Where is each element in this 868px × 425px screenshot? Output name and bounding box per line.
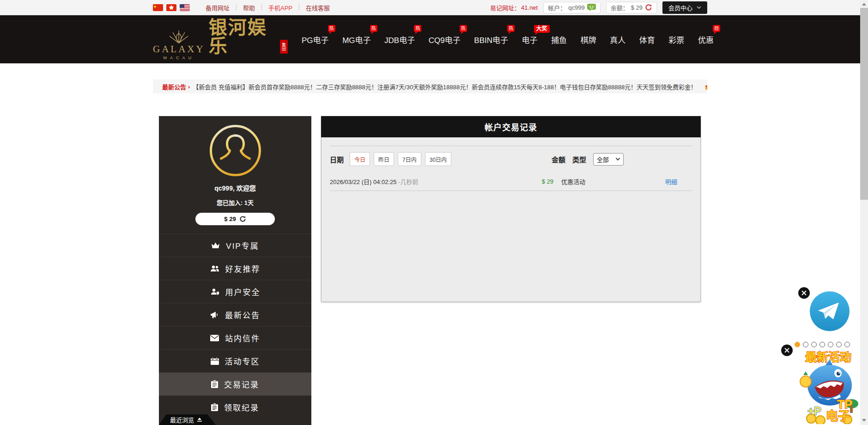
nav-bbin[interactable]: BBIN电子热 bbox=[474, 34, 508, 45]
help-link[interactable]: 帮助 bbox=[237, 3, 261, 12]
nav-zhenren[interactable]: 真人 bbox=[610, 34, 625, 45]
balance-label: 余额： bbox=[611, 3, 629, 12]
hot-badge: 热 bbox=[414, 25, 421, 32]
account-label: 帐户： bbox=[548, 3, 566, 12]
hot-badge: 热 bbox=[460, 25, 467, 32]
nav-cq9[interactable]: CQ9电子热 bbox=[429, 34, 461, 45]
promo-dots bbox=[795, 342, 850, 347]
announcement-bar: 最新公告 › 【新会员 充值福利】新会员首存奖励8888元！二存三存奖励8888… bbox=[153, 80, 707, 93]
promo-p-text: +P bbox=[807, 405, 821, 417]
sidebar-item-referral[interactable]: 好友推荐 bbox=[159, 257, 311, 280]
nav-youhui[interactable]: 优惠劲 bbox=[698, 34, 714, 45]
tx-detail-link[interactable]: 明细 bbox=[650, 177, 692, 186]
balance-value: $ 29 bbox=[631, 4, 643, 11]
account-box: 帐户： qc999 bbox=[543, 2, 600, 13]
usa-flag-icon[interactable] bbox=[180, 4, 190, 11]
top-bar: 备用网址 帮助 手机APP 在线客服 易记网址： 41.net 帐户： qc99… bbox=[0, 0, 860, 15]
scrollbar-track[interactable] bbox=[860, 0, 868, 425]
promo-dz-text: 电子 bbox=[826, 409, 850, 423]
promo-dot[interactable] bbox=[819, 342, 825, 347]
promo-dot[interactable] bbox=[795, 342, 800, 347]
users-icon bbox=[210, 265, 219, 272]
tx-amount: $ 29 bbox=[503, 178, 553, 185]
amount-label: 金额 bbox=[552, 154, 565, 164]
memorable-url-link[interactable]: 41.net bbox=[521, 4, 538, 11]
scrollbar-down-arrow[interactable] bbox=[860, 416, 868, 424]
logo-chinese-text: 银河娱乐 bbox=[209, 18, 278, 55]
triangle-down-icon bbox=[862, 419, 866, 422]
sidebar-item-messages[interactable]: 站内信件 bbox=[159, 326, 311, 349]
backup-url-link[interactable]: 备用网址 bbox=[199, 3, 236, 12]
nav-jdb[interactable]: JDB电子热 bbox=[384, 34, 415, 45]
sidebar-item-transactions[interactable]: 交易记录 bbox=[159, 372, 311, 395]
hongkong-flag-icon[interactable] bbox=[166, 4, 176, 11]
chevron-down-icon bbox=[616, 158, 620, 160]
sidebar-item-announcements[interactable]: 最新公告 bbox=[159, 303, 311, 326]
promo-dot[interactable] bbox=[811, 342, 817, 347]
panel-title: 帐户交易记录 bbox=[321, 116, 701, 137]
triangle-up-icon bbox=[862, 3, 866, 6]
filter-30days-button[interactable]: 30日内 bbox=[425, 152, 451, 166]
avatar bbox=[209, 124, 261, 177]
table-row: 2026/03/22 (日) 04:02:25 -几秒前 $ 29 优惠活动 明… bbox=[330, 172, 692, 191]
nav-tiyu[interactable]: 体育 bbox=[639, 34, 655, 45]
tx-datetime: 2026/03/22 (日) 04:02:25 -几秒前 bbox=[330, 177, 503, 186]
promo-dot[interactable] bbox=[803, 342, 808, 347]
nav-qipai[interactable]: 棋牌 bbox=[581, 34, 596, 45]
message-icon[interactable] bbox=[587, 4, 596, 11]
nav-menu: PG电子热 MG电子热 JDB电子热 CQ9电子热 BBIN电子热 电子大奖 捕… bbox=[288, 34, 714, 45]
page: 备用网址 帮助 手机APP 在线客服 易记网址： 41.net 帐户： qc99… bbox=[0, 0, 868, 425]
new-badge: 劲 bbox=[713, 25, 720, 32]
telegram-close-button[interactable] bbox=[798, 287, 810, 299]
promo-close-button[interactable] bbox=[781, 345, 793, 356]
scrollbar-thumb[interactable] bbox=[860, 8, 868, 200]
nav-mg[interactable]: MG电子热 bbox=[342, 34, 370, 45]
announcement-arrow: › bbox=[188, 83, 190, 90]
account-value: qc999 bbox=[568, 4, 584, 11]
recent-browsing-tab[interactable]: 最近浏览 bbox=[159, 414, 216, 425]
galaxy-fan-icon bbox=[168, 30, 189, 43]
crown-icon bbox=[211, 242, 220, 249]
announcement-text: 【新会员 充值福利】新会员首存奖励8888元！二存三存奖励8888元！注册满7天… bbox=[193, 82, 697, 91]
refresh-icon[interactable] bbox=[645, 4, 652, 11]
filter-row: 日期 今日 昨日 7日内 30日内 金额 类型 全部 bbox=[330, 146, 692, 172]
sidebar-item-label: 最新公告 bbox=[225, 309, 260, 320]
filter-7days-button[interactable]: 7日内 bbox=[398, 152, 421, 166]
language-flags bbox=[153, 4, 190, 11]
clipboard-icon bbox=[211, 380, 218, 388]
sidebar-item-label: 用户安全 bbox=[225, 286, 261, 297]
welcome-text: qc999, 欢迎您 bbox=[159, 183, 311, 192]
sidebar-balance-button[interactable]: $ 29 bbox=[195, 213, 275, 225]
sidebar-item-label: 交易记录 bbox=[224, 378, 259, 390]
nav-dianzi[interactable]: 电子大奖 bbox=[522, 34, 538, 45]
date-label: 日期 bbox=[330, 154, 344, 164]
sidebar-item-security[interactable]: 用户安全 bbox=[159, 280, 311, 303]
promo-dot[interactable] bbox=[828, 342, 833, 347]
eject-icon bbox=[197, 418, 202, 422]
refresh-icon bbox=[239, 216, 246, 222]
promo-dot[interactable] bbox=[844, 342, 850, 347]
online-service-link[interactable]: 在线客服 bbox=[299, 3, 336, 12]
filter-yesterday-button[interactable]: 昨日 bbox=[374, 152, 394, 166]
nav-caipiao[interactable]: 彩票 bbox=[668, 34, 684, 45]
promo-dot[interactable] bbox=[836, 342, 842, 347]
sidebar-item-vip[interactable]: VIP专属 bbox=[159, 234, 311, 257]
nav-pg[interactable]: PG电子热 bbox=[302, 34, 329, 45]
promo-banner-image[interactable]: 最新活动 +P TP 电子 bbox=[797, 349, 859, 424]
nav-buyu[interactable]: 捕鱼 bbox=[551, 34, 567, 45]
scrollbar-up-arrow[interactable] bbox=[860, 0, 868, 8]
site-logo[interactable]: GALAXY MACAU 银河娱乐 集团 bbox=[153, 18, 288, 60]
sidebar-item-label: 领取纪录 bbox=[224, 401, 259, 413]
clipboard-icon bbox=[211, 403, 218, 411]
profile-section: qc999, 欢迎您 您已加入: 1天 $ 29 bbox=[159, 116, 311, 234]
china-flag-icon[interactable] bbox=[153, 4, 163, 11]
mobile-app-link[interactable]: 手机APP bbox=[262, 3, 299, 12]
sidebar-item-label: 活动专区 bbox=[225, 355, 260, 367]
sidebar-item-promotions[interactable]: 活动专区 bbox=[159, 349, 311, 372]
chevron-down-icon bbox=[697, 6, 701, 9]
filter-today-button[interactable]: 今日 bbox=[350, 152, 370, 166]
type-select[interactable]: 全部 bbox=[593, 153, 624, 166]
member-center-button[interactable]: 会员中心 bbox=[662, 1, 707, 14]
announcement-label[interactable]: 最新公告 bbox=[162, 82, 186, 91]
telegram-icon[interactable] bbox=[809, 291, 850, 332]
